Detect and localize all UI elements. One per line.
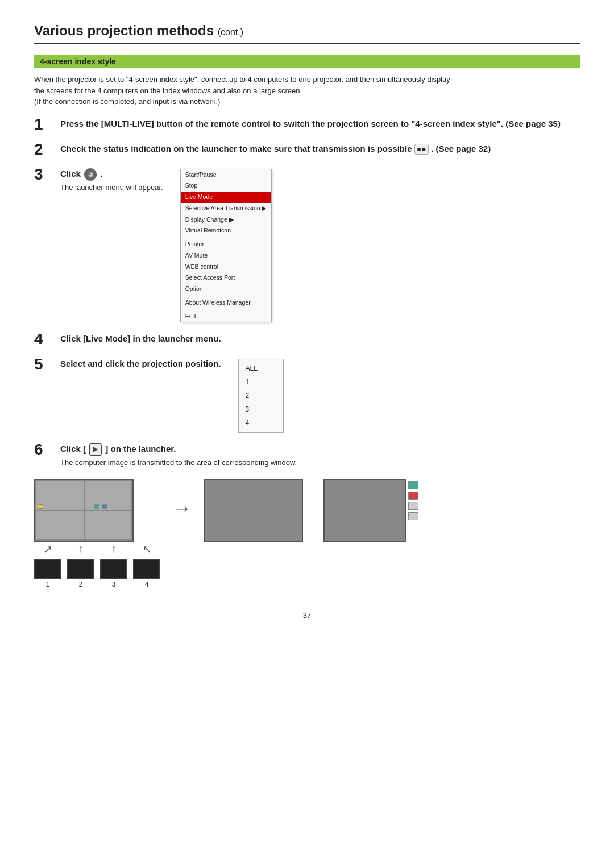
step-6-content: Click [ ] on the launcher. The computer …: [60, 443, 580, 467]
mini-label-1: 1: [34, 580, 61, 588]
possible-icon: ■■: [414, 144, 429, 155]
mini-labels: 1 2 3 4: [34, 580, 160, 588]
step-6: 6 Click [ ] on the launcher. The compute…: [34, 443, 580, 467]
arrow-svg: [92, 446, 99, 453]
step-3-main: Click ◕ .: [60, 168, 163, 181]
panel-icon-btn-1: [408, 481, 418, 489]
step-2-number: 2: [34, 142, 56, 157]
menu-item-about: About Wireless Manager: [181, 297, 271, 309]
small-icon-2: [94, 504, 99, 509]
small-icon-3: [102, 504, 107, 509]
svg-marker-0: [93, 447, 98, 452]
menu-item-virtual: Virtual Remotcon: [181, 225, 271, 236]
menu-item-webcontrol: WEB control: [181, 261, 271, 273]
arrow-up-4: ↖: [133, 543, 160, 555]
launcher-icon: ◕: [84, 168, 97, 181]
step-5-content: Select and click the projection position…: [60, 358, 580, 433]
step-6-note: The computer image is transmitted to the…: [60, 458, 580, 467]
mini-screen-3: [100, 559, 127, 579]
title-cont: (cont.): [218, 27, 243, 37]
step-4-content: Click [Live Mode] in the launcher menu.: [60, 333, 580, 344]
position-3: 3: [246, 402, 276, 416]
launcher-menu-illustration: Start/Pause Stop Live Mode Selective Are…: [180, 169, 272, 323]
step-2: 2 Check the status indication on the lau…: [34, 143, 580, 157]
right-screen-group: [323, 479, 418, 579]
illustration-area: ↗ ↑ ↑ ↖ 1 2 3 4 →: [34, 479, 580, 588]
step-4: 4 Click [Live Mode] in the launcher menu…: [34, 333, 580, 347]
step-1-content: Press the [MULTI-LIVE] button of the rem…: [60, 118, 580, 130]
position-4: 4: [246, 416, 276, 430]
position-2: 2: [246, 389, 276, 402]
quad-1: [36, 481, 84, 510]
page-number: 37: [34, 611, 580, 620]
intro-line-2: the screens for the 4 computers on the i…: [34, 85, 580, 97]
step-3: 3 Click ◕ . The launcher menu will appea…: [34, 168, 580, 323]
panel-screen: [323, 479, 406, 542]
intro-line-1: When the projector is set to "4-screen i…: [34, 74, 580, 85]
step-3-text-block: Click ◕ . The launcher menu will appear.: [60, 168, 163, 192]
quad-3: [36, 511, 84, 539]
step-5-number: 5: [34, 356, 56, 372]
position-all: ALL: [246, 362, 276, 375]
step-6-suffix: ] on the launcher.: [105, 444, 176, 454]
arrow-line: ↗ ↑ ↑ ↖: [34, 543, 160, 555]
step-4-text: Click [Live Mode] in the launcher menu.: [60, 333, 580, 344]
transition-arrow: →: [172, 496, 192, 520]
menu-item-pointer: Pointer: [181, 239, 271, 250]
mini-screens: [34, 559, 160, 579]
middle-screen-group: [204, 479, 303, 579]
menu-item-selectaccess: Select Access Port: [181, 272, 271, 284]
step-3-note: The launcher menu will appear.: [60, 183, 163, 192]
menu-item-stop: Stop: [181, 180, 271, 192]
position-list-illustration: ALL 1 2 3 4: [238, 359, 284, 433]
panel-icon-btn-2: [408, 492, 418, 500]
arrow-up-1: ↗: [34, 543, 61, 555]
step-3-content: Click ◕ . The launcher menu will appear.…: [60, 168, 580, 323]
step-1: 1 Press the [MULTI-LIVE] button of the r…: [34, 118, 580, 132]
panel-icon-btn-3: [408, 502, 418, 510]
intro-line-3: (If the connection is completed, and inp…: [34, 96, 580, 107]
menu-item-option: Option: [181, 284, 271, 295]
step-1-number: 1: [34, 117, 56, 132]
section-label-text: 4-screen index style: [40, 57, 116, 66]
mini-screen-2: [67, 559, 94, 579]
mini-screen-1: [34, 559, 61, 579]
arrow-up-3: ↑: [100, 543, 127, 555]
step-3-prefix: Click: [60, 169, 83, 178]
panel-screen-wrap: [323, 479, 418, 542]
step-4-number: 4: [34, 331, 56, 347]
menu-item-avmute: AV Mute: [181, 250, 271, 261]
step-2-content: Check the status indication on the launc…: [60, 143, 580, 155]
big-index-screen: [34, 479, 134, 542]
step-6-number: 6: [34, 442, 56, 458]
arrow-right-icon: [89, 443, 102, 456]
menu-item-startpause: Start/Pause: [181, 169, 271, 181]
step-6-text: Click [ ] on the launcher.: [60, 443, 580, 456]
mini-label-2: 2: [67, 580, 94, 588]
quad-4: [85, 511, 132, 539]
step-5: 5 Select and click the projection positi…: [34, 358, 580, 433]
step-3-row: Click ◕ . The launcher menu will appear.…: [60, 168, 580, 323]
arrow-up-2: ↑: [67, 543, 94, 555]
intro-block: When the projector is set to "4-screen i…: [34, 74, 580, 107]
left-screen-group: ↗ ↑ ↑ ↖ 1 2 3 4: [34, 479, 160, 588]
menu-item-end: End: [181, 311, 271, 322]
step-3-number: 3: [34, 167, 56, 182]
panel-icon-btn-4: [408, 512, 418, 520]
single-full-screen: [204, 479, 303, 542]
page-title: Various projection methods (cont.): [34, 23, 580, 44]
step-5-row: Select and click the projection position…: [60, 358, 580, 433]
step-1-text: Press the [MULTI-LIVE] button of the rem…: [60, 118, 580, 130]
quad-2: [85, 481, 132, 510]
menu-item-selective: Selective Area Transmission: [181, 203, 271, 214]
menu-item-displaychange: Display Change: [181, 214, 271, 226]
position-1: 1: [246, 375, 276, 389]
mini-label-3: 3: [100, 580, 127, 588]
menu-item-livemode: Live Mode: [181, 192, 271, 203]
panel-icons: [408, 481, 418, 520]
small-icon-1: [38, 504, 43, 509]
step-6-prefix: Click [: [60, 444, 86, 454]
step-5-text: Select and click the projection position…: [60, 358, 221, 369]
mini-label-4: 4: [133, 580, 160, 588]
step-2-text: Check the status indication on the launc…: [60, 143, 580, 155]
